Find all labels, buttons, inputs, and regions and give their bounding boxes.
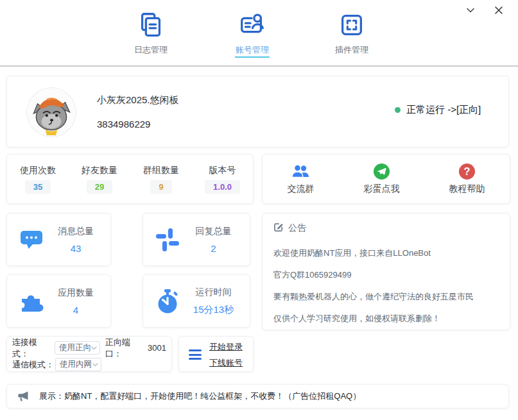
stat-label: 群组数量 [143, 165, 179, 176]
close-icon [494, 6, 503, 15]
minimize-to-tray-button[interactable] [460, 1, 481, 19]
puzzle-icon [18, 288, 45, 315]
svg-text:?: ? [463, 165, 470, 177]
stat-value: 9 [150, 180, 171, 194]
announcement-line: 仅供个人学习研究使用，如侵权请联系删除！ [273, 308, 499, 330]
stat-label: 使用次数 [20, 165, 56, 176]
account-actions-card: 开始登录 下线账号 [178, 336, 254, 372]
chevron-down-icon [92, 363, 98, 367]
comm-mode-select[interactable]: 使用内网 [55, 358, 101, 371]
metric-label: 应用数量 [58, 287, 94, 299]
footer-bar: 展示：奶酪NT，配置好端口，开始使用吧！纯公益框架，不收费！（广告位招租QAQ） [6, 384, 509, 408]
announcement-line: 要有颗热爱机器人的心，做个遵纪守法的良好五星市民 [273, 286, 499, 308]
metric-label: 消息总量 [58, 226, 94, 237]
tab-account-label: 账号管理 [236, 45, 269, 55]
connection-settings-card: 连接模式： 使用正向 正向端口： 3001 通信模式： 使用内网 [6, 336, 172, 372]
uptime-card: 运行时间 15分13秒 [142, 274, 250, 328]
metric-label: 运行时间 [196, 287, 232, 298]
users-icon [291, 163, 311, 180]
header: 日志管理 账号管理 [0, 0, 518, 67]
easter-egg-link[interactable]: 彩蛋点我 [364, 163, 400, 195]
offline-account-link[interactable]: 下线账号 [209, 357, 243, 369]
connect-mode-value: 使用正向 [59, 342, 91, 353]
chevron-down-icon [465, 6, 476, 14]
easter-egg-label: 彩蛋点我 [364, 183, 400, 195]
announcement-header: 公告 [273, 222, 499, 234]
stat-version: 版本号 1.0.0 [205, 165, 240, 194]
connect-mode-label: 连接模式： [12, 337, 53, 360]
stopwatch-icon [154, 288, 181, 315]
question-circle-icon: ? [458, 163, 476, 180]
help-label: 教程帮助 [449, 183, 485, 195]
apps-count-card: 应用数量 4 [6, 274, 111, 328]
help-link[interactable]: ? 教程帮助 [449, 163, 485, 195]
announcement-title: 公告 [288, 223, 306, 234]
tab-plugins-label: 插件管理 [335, 45, 368, 55]
pinwheel-icon [154, 226, 181, 253]
connect-mode-select[interactable]: 使用正向 [55, 341, 100, 355]
metric-value: 2 [211, 243, 216, 254]
announcement-line: 欢迎使用奶酪NT应用，接口来自LLOneBot [273, 242, 499, 264]
scan-frame-icon [337, 10, 367, 40]
profile-account-number: 3834986229 [97, 119, 150, 130]
announcement-card: 公告 欢迎使用奶酪NT应用，接口来自LLOneBot 官方Q群106592949… [262, 213, 510, 330]
stat-value: 1.0.0 [205, 180, 240, 194]
avatar [26, 87, 76, 137]
chevron-down-icon [91, 346, 97, 350]
tab-logs-label: 日志管理 [134, 45, 168, 55]
documents-icon [136, 10, 166, 40]
edit-square-icon [273, 222, 284, 234]
quick-links-card: 交流群 彩蛋点我 ? 教程帮助 [262, 154, 510, 204]
comm-mode-value: 使用内网 [60, 359, 92, 370]
profile-name: 小灰灰2025.悠闲板 [97, 94, 179, 106]
tab-logs[interactable]: 日志管理 [120, 10, 182, 55]
tab-plugins[interactable]: 插件管理 [321, 10, 383, 55]
status-dot [395, 107, 401, 113]
announcement-line: 官方Q群1065929499 [273, 264, 499, 286]
chat-bubble-icon [18, 226, 45, 253]
paper-plane-icon [373, 163, 390, 180]
menu-icon[interactable] [189, 349, 202, 360]
tab-account[interactable]: 账号管理 [221, 10, 283, 58]
stat-label: 版本号 [209, 165, 236, 176]
stat-group-count: 群组数量 9 [143, 165, 179, 194]
stat-friend-count: 好友数量 29 [82, 165, 117, 194]
status-text: 正常运行 ->[正向] [406, 104, 481, 116]
chat-group-link[interactable]: 交流群 [288, 163, 315, 195]
tab-active-underline [235, 56, 270, 58]
comm-mode-label: 通信模式： [12, 359, 54, 371]
profile-card: 小灰灰2025.悠闲板 3834986229 正常运行 ->[正向] [6, 76, 509, 147]
run-status: 正常运行 ->[正向] [395, 104, 481, 116]
forward-port-value: 3001 [148, 343, 166, 353]
stats-card: 使用次数 35 好友数量 29 群组数量 9 版本号 1.0.0 [6, 154, 254, 204]
contact-card-icon [237, 10, 267, 40]
metric-label: 回复总量 [196, 226, 232, 237]
stat-value: 29 [87, 180, 112, 194]
megaphone-icon [16, 389, 30, 403]
metric-value: 43 [71, 243, 82, 254]
chat-group-label: 交流群 [288, 183, 315, 195]
replies-total-card: 回复总量 2 [142, 213, 250, 266]
stat-value: 35 [25, 180, 51, 194]
forward-port-label: 正向端口： [105, 337, 146, 360]
start-login-link[interactable]: 开始登录 [209, 341, 243, 353]
metric-value: 4 [73, 305, 78, 315]
messages-total-card: 消息总量 43 [6, 213, 111, 266]
stat-usage-count: 使用次数 35 [20, 165, 56, 194]
metric-value: 15分13秒 [193, 304, 234, 316]
app-window: 日志管理 账号管理 [0, 0, 518, 420]
close-button[interactable] [488, 1, 510, 19]
stat-label: 好友数量 [82, 165, 117, 176]
footer-notice-text: 展示：奶酪NT，配置好端口，开始使用吧！纯公益框架，不收费！（广告位招租QAQ） [39, 391, 361, 402]
